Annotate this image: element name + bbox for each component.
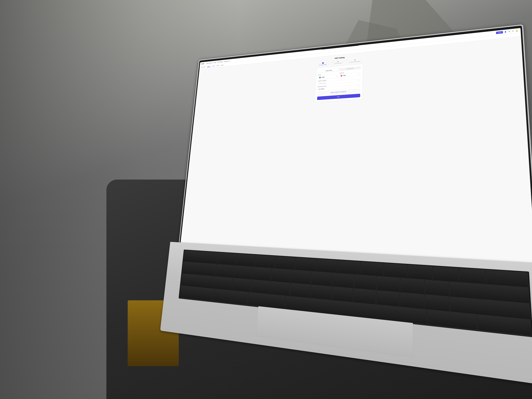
key-m xyxy=(354,289,376,305)
step-1: ● Set Type & Method xyxy=(319,62,327,66)
key-bracket-r xyxy=(459,268,486,285)
screen-display: Quick buy sell Swap P2P Trading Liquidit… xyxy=(180,28,532,268)
key-t xyxy=(295,258,316,272)
guide-link-text: Read our guide for creating ads xyxy=(331,91,346,93)
logo-dot-1 xyxy=(202,64,202,64)
buy-tab[interactable]: I want to buy xyxy=(318,68,339,73)
key-r xyxy=(275,256,295,270)
key-p xyxy=(408,265,433,280)
step-1-circle: ● xyxy=(322,62,324,64)
grid-icon[interactable]: ⊞ xyxy=(508,30,511,32)
key-f xyxy=(271,269,291,283)
key-tab xyxy=(184,250,219,264)
key-x xyxy=(251,280,270,294)
fiat-col: With Fiat ₫ VND ▼ xyxy=(339,71,361,77)
step-3: Set Term & Auto Response xyxy=(349,59,361,63)
asset-col: Asset $ USDT ▼ xyxy=(318,73,339,79)
form-card: I want to buy I want to sell Asset $ xyxy=(315,64,363,102)
key-q xyxy=(218,253,237,266)
key-w xyxy=(236,254,256,267)
sub-nav-profile[interactable]: Profile xyxy=(216,65,219,66)
main-content: P2P Trading ● Set Type & Method xyxy=(180,36,532,267)
vnd-icon: ₫ xyxy=(341,75,342,77)
key-g xyxy=(291,270,311,285)
step-3-circle xyxy=(354,59,356,61)
payment-method-chevron-icon: ▼ xyxy=(358,80,359,81)
step-line-1 xyxy=(327,62,334,63)
key-n xyxy=(331,287,353,303)
camera-dot xyxy=(340,46,341,47)
step-2-label: Set Price & Amount xyxy=(334,63,342,64)
usdt-icon: $ xyxy=(319,77,321,78)
fiat-value: VND xyxy=(343,74,358,76)
payment-method-placeholder: Select method xyxy=(319,82,326,84)
key-backslash xyxy=(486,270,529,288)
key-a xyxy=(216,265,234,278)
wallet-button[interactable]: Wallet xyxy=(496,31,503,34)
browser-content: Quick buy sell Swap P2P Trading Liquidit… xyxy=(180,28,532,268)
step-line-2 xyxy=(342,60,349,61)
required-indicator: * xyxy=(326,80,327,81)
key-e xyxy=(255,255,275,269)
key-i xyxy=(360,262,383,277)
asset-value: USDT xyxy=(322,76,336,78)
macbook: Quick buy sell Swap P2P Trading Liquidit… xyxy=(160,23,532,388)
key-h xyxy=(311,272,332,287)
key-j xyxy=(332,273,354,288)
step-2-circle xyxy=(337,61,339,63)
key-l xyxy=(377,277,400,292)
logo-dot-2 xyxy=(202,63,203,64)
macbook-wrapper: Quick buy sell Swap P2P Trading Liquidit… xyxy=(160,23,532,388)
key-d xyxy=(252,267,272,281)
step-3-label: Set Term & Auto Response xyxy=(349,61,361,63)
key-c xyxy=(270,282,290,296)
key-v xyxy=(290,283,310,298)
step-2: Set Price & Amount xyxy=(334,61,342,64)
sell-tab[interactable]: I want to sell xyxy=(339,66,361,71)
key-k xyxy=(354,275,377,290)
screen-lid: Quick buy sell Swap P2P Trading Liquidit… xyxy=(178,24,532,271)
sub-nav-new-ad[interactable]: New ad xyxy=(207,66,210,67)
bell-icon[interactable]: 🔔 xyxy=(515,30,518,32)
key-slash xyxy=(424,295,450,312)
key-b xyxy=(310,285,331,300)
step-1-label: Set Type & Method xyxy=(319,64,327,66)
user-icon[interactable]: 👤 xyxy=(504,31,507,33)
screen-bezel: Quick buy sell Swap P2P Trading Liquidit… xyxy=(179,25,532,269)
asset-chevron-icon: ▼ xyxy=(336,76,337,77)
sub-nav-history[interactable]: History xyxy=(221,64,224,66)
settings-icon[interactable]: ⚙ xyxy=(512,30,514,32)
logo-dot-4 xyxy=(203,63,204,64)
sub-nav-home-p2p[interactable]: Home P2P xyxy=(201,66,206,68)
nav-swap[interactable]: Swap xyxy=(214,62,216,63)
logo-dot-3 xyxy=(203,63,203,64)
key-semicolon xyxy=(400,279,424,294)
payment-time-value: 15 minutes xyxy=(318,88,324,90)
nav-liquidity-pool[interactable]: Liquidity Pool xyxy=(224,60,230,62)
key-comma xyxy=(376,291,399,307)
key-quote xyxy=(424,280,449,297)
nav-p2p-trading[interactable]: P2P Trading xyxy=(217,61,223,63)
key-z xyxy=(232,278,251,292)
logo-area xyxy=(202,63,204,64)
payment-time-chevron-icon: ▼ xyxy=(358,86,359,87)
key-u xyxy=(338,260,360,275)
nav-quick-buy-sell[interactable]: Quick buy sell xyxy=(206,62,212,64)
fiat-chevron-icon: ▼ xyxy=(359,74,360,75)
sub-nav-my-ads[interactable]: My ads xyxy=(212,65,215,67)
key-y xyxy=(316,259,338,273)
key-period xyxy=(400,293,424,309)
key-o xyxy=(384,263,407,279)
key-s xyxy=(234,266,253,279)
key-bracket-l xyxy=(433,266,459,283)
